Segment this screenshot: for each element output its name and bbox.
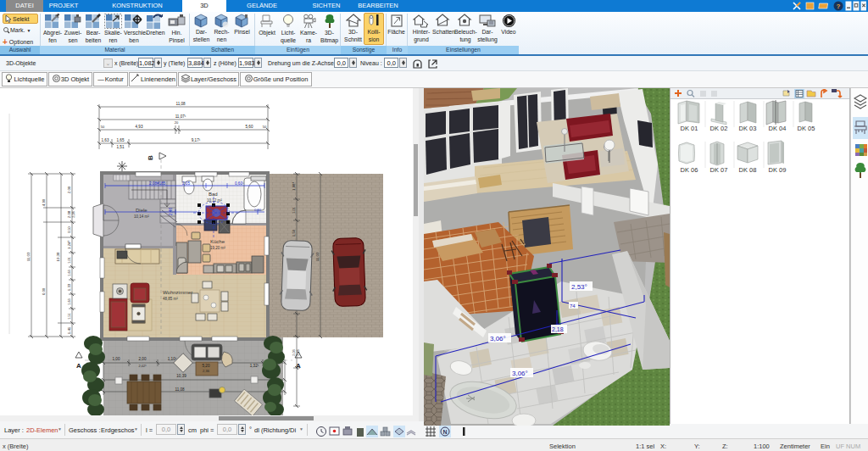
svg-text:1,63: 1,63 (68, 298, 71, 304)
svg-text:5,20: 5,20 (203, 364, 210, 368)
svg-text:1,24¹: 1,24¹ (67, 240, 71, 249)
svg-text:1,00: 1,00 (113, 357, 120, 361)
svg-text:DK 07: DK 07 (710, 166, 728, 174)
svg-text:A: A (76, 362, 81, 370)
svg-text:11,08: 11,08 (175, 387, 185, 392)
svg-text:Bad: Bad (209, 192, 218, 197)
svg-text:DK 02: DK 02 (710, 125, 728, 132)
svg-text:Küche: Küche (210, 239, 225, 244)
svg-text:1,63: 1,63 (68, 270, 71, 276)
svg-text:Wohnzimmer: Wohnzimmer (163, 290, 192, 295)
svg-text:1,63: 1,63 (102, 138, 109, 142)
svg-text:1,50: 1,50 (292, 229, 296, 237)
svg-text:1,51: 1,51 (117, 145, 125, 149)
svg-text:6,00: 6,00 (42, 287, 46, 295)
svg-text:2,08: 2,08 (72, 211, 75, 217)
svg-text:5,60: 5,60 (246, 125, 253, 129)
svg-text:2,18: 2,18 (552, 326, 564, 332)
svg-text:?: ? (837, 3, 841, 10)
svg-text:4,90: 4,90 (42, 198, 46, 206)
svg-text:11,03: 11,03 (26, 252, 31, 261)
svg-text:19,20 m²: 19,20 m² (210, 246, 225, 250)
svg-text:DK 05: DK 05 (798, 125, 815, 132)
svg-text:DK 03: DK 03 (739, 125, 757, 132)
svg-text:2,00: 2,00 (67, 186, 71, 193)
svg-text:2,03: 2,03 (292, 349, 296, 355)
svg-text:DK 04: DK 04 (769, 125, 787, 132)
svg-text:DK 09: DK 09 (769, 166, 787, 174)
svg-text:1,98¹: 1,98¹ (292, 181, 296, 191)
svg-text:20: 20 (175, 120, 179, 125)
svg-text:2,28: 2,28 (297, 349, 300, 355)
svg-text:B: B (147, 155, 154, 160)
svg-text:10,39: 10,39 (176, 374, 186, 378)
svg-text:2,05: 2,05 (182, 181, 190, 186)
svg-text:DK 01: DK 01 (681, 125, 698, 132)
svg-text:0,50: 0,50 (68, 226, 71, 232)
svg-text:3,06°: 3,06° (490, 335, 506, 342)
svg-text:2,53°: 2,53° (571, 283, 587, 291)
svg-text:11,07¹: 11,07¹ (175, 114, 186, 119)
svg-text:0,50: 0,50 (254, 208, 262, 212)
svg-text:1,01: 1,01 (68, 257, 71, 263)
svg-text:1,32¹: 1,32¹ (250, 364, 259, 368)
svg-text:74: 74 (570, 303, 576, 309)
svg-text:3,06°: 3,06° (512, 370, 528, 377)
svg-text:2,08: 2,08 (67, 210, 71, 218)
svg-text:DK 08: DK 08 (739, 166, 757, 174)
svg-text:50: 50 (263, 125, 267, 129)
svg-text:48,85 m²: 48,85 m² (163, 297, 178, 301)
svg-text:4,93: 4,93 (136, 125, 143, 129)
svg-text:DK 06: DK 06 (681, 166, 698, 174)
svg-text:1,33: 1,33 (67, 283, 71, 291)
svg-text:0,60¹: 0,60¹ (235, 181, 244, 186)
svg-text:10,14 m²: 10,14 m² (134, 214, 149, 219)
svg-text:1,65: 1,65 (117, 138, 125, 142)
svg-text:N: N (442, 429, 447, 435)
svg-text:11,03: 11,03 (315, 252, 320, 261)
svg-text:1,41: 1,41 (67, 326, 71, 334)
svg-text:50: 50 (101, 125, 105, 129)
svg-text:11,08: 11,08 (175, 102, 186, 106)
svg-text:1,01: 1,01 (292, 207, 296, 213)
svg-text:10,38: 10,38 (56, 252, 60, 262)
svg-text:2,082,08¹#185;: 2,082,08¹#185; (149, 181, 166, 186)
svg-text:2,02¹: 2,02¹ (138, 364, 147, 368)
svg-text:2,46: 2,46 (169, 208, 173, 215)
svg-text:9,17¹: 9,17¹ (192, 138, 201, 142)
svg-text:1,51: 1,51 (68, 313, 71, 319)
svg-text:2,36: 2,36 (203, 369, 210, 373)
svg-text:2,00: 2,00 (139, 357, 147, 361)
